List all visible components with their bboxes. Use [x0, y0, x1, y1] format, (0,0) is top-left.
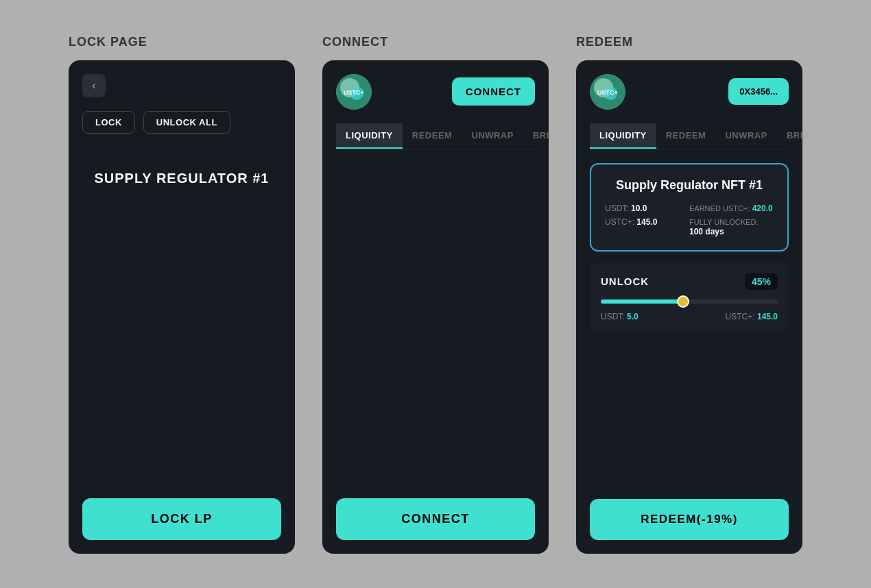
redeem-page-wrapper: REDEEM USTC+ 0X3456... LIQUIDIT [576, 35, 802, 554]
tab-redeem-redeem[interactable]: REDEEM [656, 123, 716, 149]
tab-liquidity-connect[interactable]: LIQUIDITY [336, 123, 403, 149]
ustcplus-stat-label: USTC+: 145.0 [605, 217, 689, 236]
connect-header-button[interactable]: CONNECT [452, 77, 535, 106]
redeem-logo-badge: USTC+ [590, 74, 625, 110]
logo-svg: USTC+ [336, 74, 372, 110]
unlock-label: UNLOCK [601, 275, 649, 287]
lock-lp-button[interactable]: LOCK LP [82, 498, 281, 540]
svg-text:USTC+: USTC+ [597, 89, 618, 96]
unlock-card: UNLOCK 45% USDT: 5.0 USTC+: 145.0 [590, 262, 789, 332]
unlock-percent: 45% [745, 273, 778, 290]
redeem-logo-circle: USTC+ [590, 74, 625, 110]
unlock-all-button[interactable]: UNLOCK ALL [143, 111, 230, 134]
lock-actions: LOCK UNLOCK ALL [82, 111, 281, 134]
redeem-logo-svg: USTC+ [590, 74, 625, 110]
redeem-logo-inner: USTC+ [590, 74, 625, 110]
slider-thumb[interactable] [677, 295, 689, 308]
connect-page-wrapper: CONNECT USTC+ CONNECT LIQUIDITY [322, 35, 549, 554]
address-button[interactable]: 0X3456... [728, 78, 789, 105]
unlocked-stat-label: FULLY UNLOCKED: 100 days [689, 217, 774, 236]
back-button[interactable]: ‹ [82, 74, 106, 97]
tab-bridge-redeem[interactable]: BRIDGE [777, 123, 802, 149]
lock-button[interactable]: LOCK [82, 111, 135, 134]
logo-inner: USTC+ [336, 74, 372, 110]
lock-page-card: ‹ LOCK UNLOCK ALL SUPPLY REGULATOR #1 LO… [69, 60, 295, 554]
redeem-nav-tabs: LIQUIDITY REDEEM UNWRAP BRIDGE [590, 123, 789, 149]
lock-page-wrapper: LOCK PAGE ‹ LOCK UNLOCK ALL SUPPLY REGUL… [69, 35, 295, 554]
lock-page-label: LOCK PAGE [69, 35, 147, 49]
lock-header: ‹ [82, 74, 281, 97]
tab-unwrap-connect[interactable]: UNWRAP [462, 123, 523, 149]
connect-header: USTC+ CONNECT [336, 74, 535, 110]
tab-redeem-connect[interactable]: REDEEM [403, 123, 462, 149]
tab-liquidity-redeem[interactable]: LIQUIDITY [590, 123, 656, 149]
connect-page-label: CONNECT [322, 35, 388, 49]
redeem-page-label: REDEEM [576, 35, 633, 49]
redeem-header: USTC+ 0X3456... [590, 74, 789, 110]
connect-nav-tabs: LIQUIDITY REDEEM UNWRAP BRIDGE [336, 123, 535, 149]
logo-circle: USTC+ [336, 74, 372, 110]
tab-bridge-connect[interactable]: BRIDGE [523, 123, 549, 149]
connect-page-card: USTC+ CONNECT LIQUIDITY REDEEM UNWRAP BR… [322, 60, 549, 554]
tab-unwrap-redeem[interactable]: UNWRAP [715, 123, 777, 149]
redeem-page-card: USTC+ 0X3456... LIQUIDITY REDEEM UNWRAP … [576, 60, 802, 554]
nft-card: Supply Regulator NFT #1 USDT: 10.0 EARNE… [590, 163, 789, 252]
slider-ustcplus: USTC+: 145.0 [726, 312, 778, 321]
nft-stats: USDT: 10.0 EARNED USTC+: 420.0 USTC+: 14… [605, 204, 774, 236]
svg-text:USTC+: USTC+ [344, 89, 364, 96]
usdt-stat-label: USDT: 10.0 [605, 204, 689, 213]
connect-bottom-button[interactable]: CONNECT [336, 498, 535, 540]
logo-badge: USTC+ [336, 74, 372, 110]
supply-title: SUPPLY REGULATOR #1 [82, 171, 281, 186]
slider-labels: USDT: 5.0 USTC+: 145.0 [601, 312, 778, 321]
unlock-row: UNLOCK 45% [601, 273, 778, 290]
slider-track[interactable] [601, 299, 778, 304]
slider-fill [601, 299, 680, 304]
redeem-button[interactable]: REDEEM(-19%) [590, 499, 789, 540]
earned-stat-label: EARNED USTC+: 420.0 [689, 204, 774, 213]
nft-title: Supply Regulator NFT #1 [605, 178, 774, 193]
slider-usdt: USDT: 5.0 [601, 312, 639, 321]
